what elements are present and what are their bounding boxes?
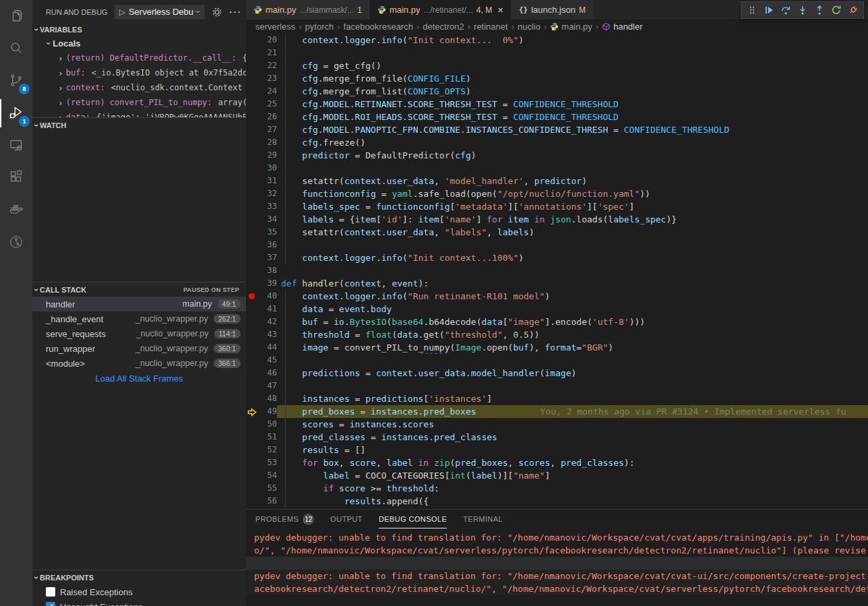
gutter[interactable] — [246, 264, 258, 277]
breakpoint-icon[interactable] — [249, 293, 255, 299]
gutter[interactable] — [246, 315, 258, 328]
breadcrumb-item-facebookresearch[interactable]: facebookresearch — [344, 22, 413, 32]
code-line-31[interactable]: 31 setattr(context.user_data, 'model_han… — [246, 175, 868, 187]
activity-run-debug[interactable]: 1 — [0, 97, 32, 129]
debug-config-dropdown[interactable]: ▷ Serverless Debu › — [114, 5, 206, 20]
variables-scope-locals[interactable]: › Locals — [32, 36, 246, 51]
activity-docker[interactable] — [0, 194, 32, 226]
callstack-section-header[interactable]: › CALL STACK PAUSED ON STEP — [32, 282, 246, 297]
gutter[interactable] — [246, 482, 258, 495]
code-line-37[interactable]: 37 context.logger.info("Init context...1… — [246, 251, 868, 264]
stack-frame-run_wrapper[interactable]: run_wrapper_nuclio_wrapper.py360:1 — [32, 341, 246, 356]
gutter[interactable] — [246, 187, 258, 200]
code-line-56[interactable]: 56 results.append({ — [246, 495, 868, 508]
gutter[interactable] — [246, 277, 258, 290]
code-line-20[interactable]: 20 context.logger.info("Init context... … — [246, 34, 868, 47]
breadcrumb-item-main.py[interactable]: main.py — [550, 22, 592, 32]
breakpoint-option[interactable]: Raised Exceptions — [32, 584, 246, 599]
checkbox[interactable] — [46, 587, 55, 597]
continue-button[interactable] — [760, 2, 777, 18]
editor-tab-launch.json[interactable]: {}launch.jsonM — [512, 0, 594, 20]
gutter[interactable] — [246, 72, 258, 85]
editor-tab-main.py[interactable]: main.py.../retinanet/...4, M× — [370, 0, 512, 20]
gutter[interactable] — [246, 175, 258, 187]
gutter[interactable] — [246, 469, 258, 482]
code-line-27[interactable]: 27 cfg.MODEL.PANOPTIC_FPN.COMBINE.INSTAN… — [246, 123, 868, 136]
code-line-29[interactable]: 29 predictor = DefaultPredictor(cfg) — [246, 149, 868, 162]
gutter[interactable] — [246, 303, 258, 315]
code-line-34[interactable]: 34 labels = {item['id']: item['name'] fo… — [246, 213, 868, 226]
code-line-39[interactable]: 39def handler(context, event): — [246, 277, 868, 290]
editor-tab-main.py[interactable]: main.py.../siammask/...1 — [246, 0, 370, 20]
code-line-44[interactable]: 44 image = convert_PIL_to_numpy(Image.op… — [246, 341, 868, 354]
step-out-button[interactable] — [811, 2, 828, 18]
code-line-42[interactable]: 42 buf = io.BytesIO(base64.b64decode(dat… — [246, 315, 868, 328]
breadcrumb-item-retinanet[interactable]: retinanet — [474, 22, 508, 32]
stack-frame-serve_requests[interactable]: serve_requests_nuclio_wrapper.py114:1 — [32, 326, 246, 341]
close-icon[interactable]: × — [497, 5, 503, 15]
gutter[interactable] — [246, 380, 258, 392]
stack-frame-handler[interactable]: handlermain.py49:1 — [32, 297, 246, 311]
gutter[interactable] — [246, 418, 258, 431]
code-line-51[interactable]: 51 pred_classes = instances.pred_classes — [246, 431, 868, 444]
code-line-41[interactable]: 41 data = event.body — [246, 303, 868, 315]
gutter[interactable] — [246, 456, 258, 469]
code-line-49[interactable]: 49 pred_boxes = instances.pred_boxesYou,… — [246, 405, 868, 418]
gutter[interactable] — [246, 392, 258, 405]
restart-button[interactable] — [828, 2, 844, 18]
variable-row[interactable]: ›data:{'image': 'iVBORw0KGgoAAAANSUhE… — [32, 110, 246, 117]
code-line-55[interactable]: 55 if score >= threshold: — [246, 482, 868, 495]
code-editor[interactable]: 20 context.logger.info("Init context... … — [246, 34, 868, 509]
code-line-46[interactable]: 46 predictions = context.user_data.model… — [246, 367, 868, 380]
gutter[interactable] — [246, 59, 258, 72]
variables-section-header[interactable]: › VARIABLES — [32, 24, 246, 36]
code-line-54[interactable]: 54 label = COCO_CATEGORIES[int(label)]["… — [246, 469, 868, 482]
panel-tab-terminal[interactable]: TERMINAL — [463, 510, 503, 528]
disconnect-button[interactable] — [844, 2, 861, 18]
gutter[interactable] — [246, 367, 258, 380]
breadcrumb-item-detectron2[interactable]: detectron2 — [423, 22, 464, 32]
breadcrumb-item-nuclio[interactable]: nuclio — [518, 22, 540, 32]
gutter[interactable] — [246, 136, 258, 149]
code-line-28[interactable]: 28 cfg.freeze() — [246, 136, 868, 149]
code-line-32[interactable]: 32 functionconfig = yaml.safe_load(open(… — [246, 187, 868, 200]
code-line-24[interactable]: 24 cfg.merge_from_list(CONFIG_OPTS) — [246, 85, 868, 98]
panel-tab-output[interactable]: OUTPUT — [330, 510, 363, 528]
code-line-21[interactable]: 21 — [246, 47, 868, 59]
code-line-30[interactable]: 30 — [246, 162, 868, 175]
code-line-38[interactable]: 38 — [246, 264, 868, 277]
activity-git-graph[interactable] — [0, 226, 32, 259]
toolbar-drag-handle[interactable] — [743, 2, 760, 18]
activity-explorer[interactable] — [0, 0, 32, 32]
gutter[interactable] — [246, 123, 258, 136]
step-into-button[interactable] — [794, 2, 811, 18]
stack-frame-_handle_event[interactable]: _handle_event_nuclio_wrapper.py262:1 — [32, 311, 246, 326]
code-line-25[interactable]: 25 cfg.MODEL.RETINANET.SCORE_THRESH_TEST… — [246, 98, 868, 111]
code-line-53[interactable]: 53 for box, score, label in zip(pred_box… — [246, 456, 868, 469]
breadcrumb-item-serverless[interactable]: serverless — [255, 22, 295, 32]
code-line-45[interactable]: 45 — [246, 354, 868, 367]
gutter[interactable] — [246, 85, 258, 98]
gutter[interactable] — [246, 431, 258, 444]
code-line-48[interactable]: 48 instances = predictions['instances'] — [246, 392, 868, 405]
breakpoints-section-header[interactable]: › BREAKPOINTS — [32, 570, 246, 584]
gutter[interactable] — [246, 47, 258, 59]
more-actions-icon[interactable]: ··· — [229, 7, 242, 17]
code-line-47[interactable]: 47 — [246, 380, 868, 392]
gutter[interactable] — [246, 149, 258, 162]
current-step-gutter[interactable] — [246, 405, 258, 418]
activity-source-control[interactable]: 8 — [0, 65, 32, 97]
step-over-button[interactable] — [777, 2, 794, 18]
code-line-35[interactable]: 35 setattr(context.user_data, "labels", … — [246, 226, 868, 239]
variable-row[interactable]: ›buf:<_io.BytesIO object at 0x7f5a2dc1ec… — [32, 65, 246, 80]
breadcrumb-item-handler[interactable]: handler — [602, 22, 642, 32]
code-line-40[interactable]: 40 context.logger.info("Run retinanet-R1… — [246, 290, 868, 303]
gutter[interactable] — [246, 162, 258, 175]
activity-search[interactable] — [0, 32, 32, 65]
checkbox[interactable]: ✓ — [46, 602, 55, 606]
load-all-stack-frames-link[interactable]: Load All Stack Frames — [32, 371, 246, 386]
code-line-33[interactable]: 33 labels_spec = functionconfig['metadat… — [246, 200, 868, 213]
gutter[interactable] — [246, 239, 258, 251]
code-line-26[interactable]: 26 cfg.MODEL.ROI_HEADS.SCORE_THRESH_TEST… — [246, 111, 868, 123]
gutter[interactable] — [246, 34, 258, 47]
